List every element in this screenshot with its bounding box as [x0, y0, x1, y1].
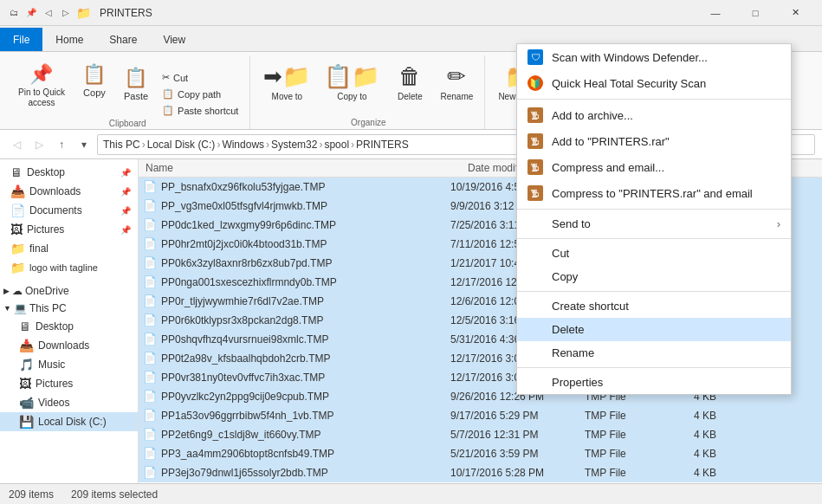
path-segment-1[interactable]: Local Disk (C:) [147, 139, 216, 151]
move-to-button[interactable]: ➡📁 Move to [257, 59, 316, 106]
sidebar-item-final[interactable]: 📁 final [0, 239, 138, 258]
context-menu-item-rename[interactable]: Rename [517, 341, 791, 365]
file-name-cell: 📄 PP0r_tljyjwywmhie7r6dl7v2ae.TMP [139, 294, 450, 307]
sidebar-thispc-header[interactable]: ▼ 💻 This PC [0, 300, 138, 317]
archive-icon: 🗜 [528, 185, 543, 201]
pin-quick-access-button[interactable]: 📌 Pin to Quick access [10, 59, 73, 113]
tab-home[interactable]: Home [42, 28, 96, 51]
minimize-button[interactable]: — [696, 0, 735, 26]
forward-button[interactable]: ▷ [29, 135, 49, 154]
file-size-cell: 4 KB [671, 467, 723, 479]
tab-view[interactable]: View [150, 28, 198, 51]
path-segment-0[interactable]: This PC [103, 139, 140, 151]
context-menu-item-copy[interactable]: Copy [517, 265, 791, 288]
clipboard-small-group: ✂ Cut 📋 Copy path 📋 Paste shortcut [156, 68, 244, 119]
delete-button[interactable]: 🗑 Delete [387, 59, 432, 106]
path-segment-2[interactable]: Windows [222, 139, 264, 151]
onedrive-expand-icon: ▶ [3, 287, 10, 295]
clipboard-label: Clipboard [109, 119, 146, 130]
copy-to-button[interactable]: 📋📁 Copy to [318, 59, 385, 106]
file-icon: 📄 [143, 371, 157, 384]
table-row[interactable]: 📄 PP2et6ng9_c1sldj8w_it660vy.TMP 5/7/201… [139, 425, 822, 444]
file-name-cell: 📄 PP0hr2mt0j2jxc0i0k4btood31b.TMP [139, 237, 450, 250]
path-segment-3[interactable]: System32 [271, 139, 317, 151]
context-menu-item-cut[interactable]: Cut [517, 242, 791, 265]
file-name-cell: 📄 PP0yvzlkc2yn2ppg9cij0e9cpub.TMP [139, 390, 450, 403]
paste-shortcut-icon: 📋 [162, 105, 174, 116]
copy-path-icon: 📋 [162, 88, 174, 100]
quick-access-icon: 📌 [24, 6, 38, 20]
sidebar-item-documents[interactable]: 📄 Documents 📌 [0, 201, 138, 220]
file-icon: 📄 [143, 294, 157, 307]
sidebar-item-thispc-localdisk[interactable]: 💾 Local Disk (C:) [0, 412, 138, 431]
file-name-cell: 📄 PP0t2a98v_kfsbaalhqbdoh2crb.TMP [139, 352, 450, 365]
context-menu-item-add-rar[interactable]: 🗜 Add to "PRINTERS.rar" [517, 128, 791, 154]
onedrive-icon: ☁ [12, 285, 23, 297]
file-icon: 📄 [143, 466, 157, 479]
file-name-cell: 📄 PP_vg3me0xl05tfsgfvl4rjmwkb.TMP [139, 199, 450, 212]
context-menu-item-quickheal-scan[interactable]: 🔰 Quick Heal Total Security Scan [517, 70, 791, 96]
clipboard-items: 📌 Pin to Quick access 📋 Copy 📋 Paste ✂ C… [10, 55, 244, 119]
file-name-cell: 📄 PP3ej3o79dnwl1j65ssolyr2bdb.TMP [139, 466, 450, 479]
table-row[interactable]: 📄 PP1a53ov96ggrrbibw5f4nh_1vb.TMP 9/17/2… [139, 406, 822, 425]
tab-file[interactable]: File [0, 28, 42, 51]
context-menu-item-add-archive[interactable]: 🗜 Add to archive... [517, 102, 791, 128]
path-segment-4[interactable]: spool [324, 139, 349, 151]
sidebar-item-thispc-music[interactable]: 🎵 Music [0, 355, 138, 374]
cut-button[interactable]: ✂ Cut [156, 69, 244, 86]
sidebar-item-thispc-videos[interactable]: 📹 Videos [0, 393, 138, 412]
context-menu-item-compress-email[interactable]: 🗜 Compress and email... [517, 154, 791, 180]
sidebar-item-thispc-pictures[interactable]: 🖼 Pictures [0, 374, 138, 393]
sidebar-item-downloads[interactable]: 📥 Downloads 📌 [0, 182, 138, 201]
archive-icon: 🗜 [528, 133, 543, 149]
recent-locations-button[interactable]: ▾ [74, 135, 94, 154]
sidebar-item-logo[interactable]: 📁 logo with tagline [0, 258, 138, 277]
sidebar-onedrive[interactable]: ▶ ☁ OneDrive [0, 282, 138, 300]
file-name-cell: 📄 PP2et6ng9_c1sldj8w_it660vy.TMP [139, 428, 450, 441]
context-menu-separator [517, 209, 791, 210]
table-row[interactable]: 📄 PP3_aa4mm2906btopt8cnfsb49.TMP 5/21/20… [139, 444, 822, 463]
table-row[interactable]: 📄 PP3ej3o79dnwl1j65ssolyr2bdb.TMP 10/17/… [139, 463, 822, 482]
paste-button[interactable]: 📋 Paste [116, 62, 156, 106]
downloads-icon: 📥 [10, 184, 25, 198]
context-menu-item-create-shortcut[interactable]: Create shortcut [517, 294, 791, 318]
copy-path-button[interactable]: 📋 Copy path [156, 86, 244, 102]
path-segment-5[interactable]: PRINTERS [356, 139, 409, 151]
paste-shortcut-button[interactable]: 📋 Paste shortcut [156, 102, 244, 119]
col-header-name[interactable]: Name [139, 162, 468, 174]
sidebar-item-desktop[interactable]: 🖥 Desktop 📌 [0, 163, 138, 182]
selected-count: 209 items selected [71, 488, 158, 501]
context-menu-separator [517, 238, 791, 239]
cut-icon: ✂ [162, 72, 170, 83]
status-bar: 209 items 209 items selected [0, 483, 822, 504]
file-size-cell: 4 KB [671, 448, 723, 460]
context-menu-item-compress-rar-email[interactable]: 🗜 Compress to "PRINTERS.rar" and email [517, 180, 791, 206]
sidebar-item-pictures[interactable]: 🖼 Pictures 📌 [0, 220, 138, 239]
sidebar-item-thispc-downloads[interactable]: 📥 Downloads [0, 336, 138, 355]
context-menu-item-send-to[interactable]: Send to › [517, 212, 791, 236]
file-icon: 📄 [143, 447, 157, 460]
file-type-cell: TMP File [585, 429, 671, 441]
rename-button[interactable]: ✏ Rename [434, 59, 479, 106]
title-bar-controls: — □ ✕ [696, 0, 815, 26]
sidebar-item-thispc-desktop[interactable]: 🖥 Desktop [0, 317, 138, 336]
copy-icon: 📋 [82, 63, 106, 86]
tab-share[interactable]: Share [96, 28, 150, 51]
ribbon-group-organize: ➡📁 Move to 📋📁 Copy to 🗑 Delete ✏ Rename … [252, 55, 485, 129]
copy-button[interactable]: 📋 Copy [74, 59, 114, 102]
close-button[interactable]: ✕ [775, 0, 815, 26]
ribbon-group-clipboard: 📌 Pin to Quick access 📋 Copy 📋 Paste ✂ C… [5, 55, 250, 129]
context-menu-item-properties[interactable]: Properties [517, 371, 791, 394]
pin-indicator-0: 📌 [120, 168, 131, 178]
file-type-cell: TMP File [585, 467, 671, 479]
context-menu-item-delete[interactable]: Delete [517, 318, 791, 341]
thispc-pictures-icon: 🖼 [19, 377, 31, 391]
up-button[interactable]: ↑ [52, 135, 71, 154]
back-button[interactable]: ◁ [7, 135, 26, 154]
file-date-cell: 10/17/2016 5:28 PM [450, 467, 585, 479]
context-menu-item-scan-defender[interactable]: 🛡 Scan with Windows Defender... [517, 44, 791, 70]
maximize-button[interactable]: □ [735, 0, 775, 26]
context-menu-separator [517, 99, 791, 100]
context-menu-separator [517, 291, 791, 292]
context-menu-label: Delete [552, 323, 585, 336]
